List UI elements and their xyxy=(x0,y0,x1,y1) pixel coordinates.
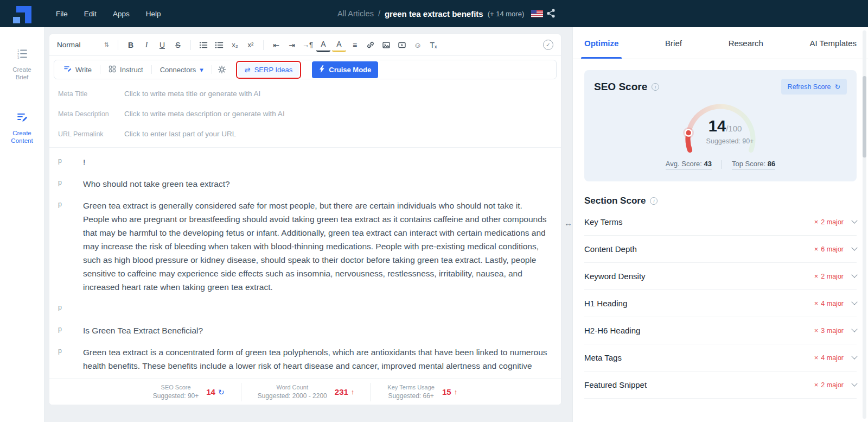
meta-description-field[interactable]: Meta Description Click to write meta des… xyxy=(58,104,552,124)
issue-badge: ×3 major xyxy=(814,326,844,335)
chevron-down-icon[interactable] xyxy=(851,244,857,250)
menu-file[interactable]: File xyxy=(56,10,68,18)
paragraph-text[interactable]: Green tea extract is generally considere… xyxy=(83,199,548,294)
info-icon[interactable]: i xyxy=(652,83,659,91)
gear-icon[interactable] xyxy=(218,65,226,74)
document-body: p ! p Who should not take green tea extr… xyxy=(49,148,561,373)
section-row-meta-tags[interactable]: Meta Tags ×4 major xyxy=(584,344,857,371)
avg-score-label: Avg. Score: xyxy=(666,160,704,168)
tab-research[interactable]: Research xyxy=(729,27,763,59)
paragraph-marker: p xyxy=(58,177,83,191)
italic-icon[interactable]: I xyxy=(139,38,154,52)
cruise-mode-button[interactable]: Cruise Mode xyxy=(312,61,378,78)
subscript-icon[interactable]: x₂ xyxy=(228,38,242,52)
chevron-down-icon[interactable] xyxy=(851,272,857,278)
highlight-color-icon[interactable]: A xyxy=(332,38,346,52)
word-count-value: 231 xyxy=(335,387,348,396)
toolbar-divider xyxy=(118,40,118,50)
chevron-down-icon[interactable] xyxy=(851,326,857,332)
instruct-icon xyxy=(108,65,116,74)
sidebar-item-create-content[interactable]: Create Content xyxy=(0,111,44,144)
section-row-key-terms[interactable]: Key Terms ×2 major xyxy=(584,209,857,236)
link-icon[interactable] xyxy=(363,38,378,52)
write-mode-button[interactable]: Write xyxy=(61,65,94,74)
menu-apps[interactable]: Apps xyxy=(113,10,130,18)
emoji-icon[interactable]: ☺ xyxy=(411,38,425,52)
strikethrough-icon[interactable]: S xyxy=(171,38,185,52)
tab-brief[interactable]: Brief xyxy=(665,27,682,59)
scrollbar-track[interactable] xyxy=(863,30,866,419)
chevron-down-icon[interactable] xyxy=(851,299,857,305)
ordered-list-icon[interactable] xyxy=(196,38,210,52)
url-permalink-field[interactable]: URL Permalink Click to enter last part o… xyxy=(58,124,552,144)
instruct-mode-button[interactable]: Instruct xyxy=(106,65,146,74)
toolbar-divider xyxy=(190,40,191,50)
share-icon[interactable] xyxy=(546,9,556,20)
image-icon[interactable] xyxy=(379,38,393,52)
refresh-score-button[interactable]: Refresh Score ↻ xyxy=(781,79,847,95)
us-flag-icon[interactable] xyxy=(531,10,543,17)
app-logo-icon[interactable] xyxy=(12,5,33,28)
up-arrow-icon: ↑ xyxy=(351,388,355,396)
stat-divider xyxy=(722,160,722,169)
connectors-dropdown[interactable]: Connectors ▾ xyxy=(157,66,206,74)
svg-text:1: 1 xyxy=(17,49,20,52)
panel-tabs: Optimize Brief Research AI Templates xyxy=(573,27,868,59)
paragraph-text[interactable]: Who should not take green tea extract? xyxy=(83,177,548,191)
refresh-icon[interactable]: ↻ xyxy=(218,388,225,396)
flag-canton xyxy=(531,10,537,14)
section-row-h2-h6-heading[interactable]: H2-H6 Heading ×3 major xyxy=(584,317,857,344)
meta-title-field[interactable]: Meta Title Click to write meta title or … xyxy=(58,84,552,104)
more-keywords-count[interactable]: (+ 14 more) xyxy=(488,10,525,18)
status-label: Key Terms Usage xyxy=(387,384,435,390)
paragraph-text[interactable]: ! xyxy=(83,155,548,169)
refresh-score-label: Refresh Score xyxy=(788,83,831,91)
section-row-h1-heading[interactable]: H1 Heading ×4 major xyxy=(584,290,857,317)
top-score-value: 86 xyxy=(768,160,775,168)
tab-ai-templates[interactable]: AI Templates xyxy=(810,27,857,59)
x-icon: × xyxy=(814,299,819,307)
chevron-down-icon[interactable] xyxy=(851,353,857,359)
section-row-featured-snippet[interactable]: Featured Snippet ×2 major xyxy=(584,371,857,399)
superscript-icon[interactable]: x² xyxy=(244,38,258,52)
section-row-label: Featured Snippet xyxy=(584,380,647,389)
url-permalink-label: URL Permalink xyxy=(58,130,124,138)
section-row-label: Content Depth xyxy=(584,244,637,254)
paragraph-text[interactable]: Green tea extract is a concentrated form… xyxy=(83,345,548,373)
clear-formatting-icon[interactable]: Tx xyxy=(426,38,441,52)
bold-icon[interactable]: B xyxy=(124,38,138,52)
serp-ideas-button[interactable]: ⇄ SERP Ideas xyxy=(238,63,299,77)
paragraph: p xyxy=(58,302,548,316)
saved-check-icon[interactable]: ✓ xyxy=(543,40,553,50)
menu-help[interactable]: Help xyxy=(146,10,161,18)
align-icon[interactable]: ≡ xyxy=(348,38,362,52)
menu-edit[interactable]: Edit xyxy=(84,10,97,18)
text-direction-icon[interactable]: →¶ xyxy=(301,38,315,52)
paragraph-style-select[interactable]: Normal ⇅ xyxy=(57,41,109,49)
scrollbar-thumb[interactable] xyxy=(863,76,866,158)
breadcrumb-separator: / xyxy=(378,9,380,18)
chevron-down-icon[interactable] xyxy=(851,380,857,386)
paragraph-text[interactable] xyxy=(83,302,548,316)
panel-resize-handle-icon[interactable]: ↔ xyxy=(564,218,572,228)
underline-icon[interactable]: U xyxy=(155,38,169,52)
chevron-down-icon[interactable] xyxy=(851,217,857,223)
increase-indent-icon[interactable]: ⇥ xyxy=(285,38,299,52)
sidebar-item-create-brief[interactable]: 1 2 3 Create Brief xyxy=(0,48,44,81)
url-permalink-placeholder: Click to enter last part of your URL xyxy=(124,130,236,138)
info-icon[interactable]: i xyxy=(650,197,658,205)
paragraph: p Green tea extract is generally conside… xyxy=(58,199,548,294)
decrease-indent-icon[interactable]: ⇤ xyxy=(269,38,283,52)
paragraph-text[interactable]: Is Green Tea Extract Beneficial? xyxy=(83,324,548,337)
video-embed-icon[interactable] xyxy=(395,38,409,52)
section-row-label: H1 Heading xyxy=(584,299,627,308)
tab-optimize[interactable]: Optimize xyxy=(584,27,618,59)
unordered-list-icon[interactable] xyxy=(212,38,226,52)
section-row-content-depth[interactable]: Content Depth ×6 major xyxy=(584,236,857,263)
write-label: Write xyxy=(75,66,92,74)
status-suggested: Suggested: 66+ xyxy=(387,392,435,400)
font-color-icon[interactable]: A xyxy=(316,38,330,52)
issue-count: 2 major xyxy=(821,273,844,280)
section-row-keyword-density[interactable]: Keyword Density ×2 major xyxy=(584,263,857,290)
breadcrumb-all-articles[interactable]: All Articles xyxy=(337,9,374,18)
